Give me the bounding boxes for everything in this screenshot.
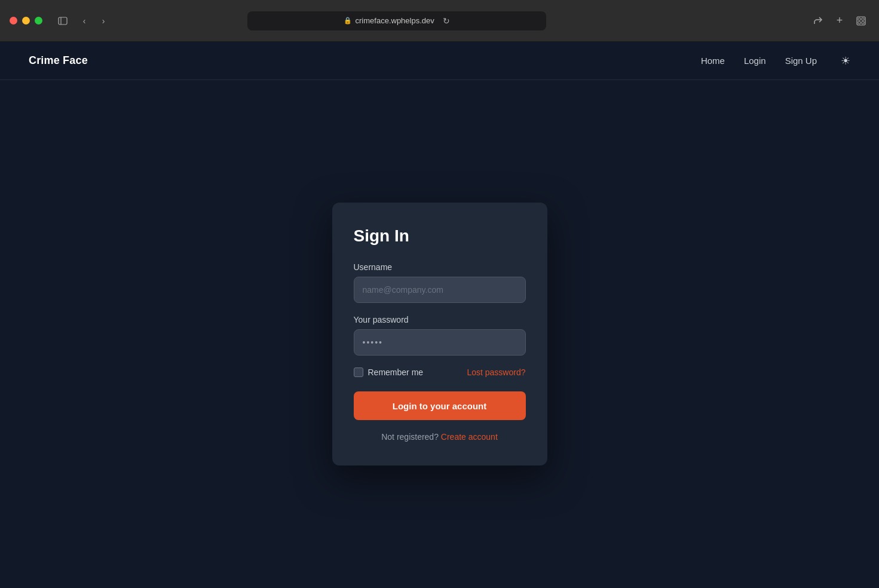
new-tab-button[interactable]: + bbox=[831, 13, 848, 29]
traffic-lights bbox=[10, 17, 42, 24]
svg-rect-5 bbox=[858, 22, 860, 24]
create-account-link[interactable]: Create account bbox=[441, 432, 498, 442]
password-label: Your password bbox=[354, 315, 526, 324]
nav-signup[interactable]: Sign Up bbox=[785, 56, 817, 66]
signin-title: Sign In bbox=[354, 226, 526, 246]
not-registered-text: Not registered? bbox=[381, 432, 439, 442]
svg-rect-3 bbox=[858, 18, 860, 20]
browser-right-controls: + bbox=[810, 13, 869, 29]
browser-chrome: ‹ › 🔒 crimeface.wphelps.dev ↻ + bbox=[0, 0, 879, 42]
sidebar-toggle-button[interactable] bbox=[54, 13, 71, 29]
nav-login[interactable]: Login bbox=[744, 56, 766, 66]
theme-toggle-button[interactable]: ☀ bbox=[841, 54, 850, 68]
close-traffic-light[interactable] bbox=[10, 17, 17, 24]
lost-password-link[interactable]: Lost password? bbox=[467, 368, 525, 377]
maximize-traffic-light[interactable] bbox=[35, 17, 42, 24]
register-text: Not registered? Create account bbox=[354, 432, 526, 442]
username-input[interactable] bbox=[354, 277, 526, 303]
username-group: Username bbox=[354, 262, 526, 303]
share-button[interactable] bbox=[810, 13, 826, 29]
remember-me-checkbox[interactable] bbox=[354, 368, 363, 377]
form-options: Remember me Lost password? bbox=[354, 368, 526, 377]
reload-icon[interactable]: ↻ bbox=[443, 16, 450, 26]
svg-rect-6 bbox=[862, 22, 864, 24]
main-content: Sign In Username Your password Remember … bbox=[0, 80, 879, 588]
address-bar[interactable]: 🔒 crimeface.wphelps.dev ↻ bbox=[247, 11, 546, 30]
navbar-nav: Home Login Sign Up ☀ bbox=[701, 54, 850, 68]
login-button[interactable]: Login to your account bbox=[354, 391, 526, 420]
username-label: Username bbox=[354, 262, 526, 272]
back-button[interactable]: ‹ bbox=[76, 13, 93, 29]
password-group: Your password bbox=[354, 315, 526, 356]
svg-rect-0 bbox=[59, 17, 67, 24]
navbar: Crime Face Home Login Sign Up ☀ bbox=[0, 42, 879, 80]
forward-button[interactable]: › bbox=[95, 13, 112, 29]
lock-icon: 🔒 bbox=[344, 17, 352, 24]
minimize-traffic-light[interactable] bbox=[22, 17, 30, 24]
website: Crime Face Home Login Sign Up ☀ Sign In … bbox=[0, 42, 879, 588]
browser-left-controls: ‹ › bbox=[54, 13, 112, 29]
tab-overview-button[interactable] bbox=[853, 13, 869, 29]
remember-me-label: Remember me bbox=[368, 368, 424, 377]
password-input[interactable] bbox=[354, 329, 526, 356]
url-text: crimeface.wphelps.dev bbox=[356, 16, 434, 25]
signin-card: Sign In Username Your password Remember … bbox=[332, 203, 547, 466]
nav-home[interactable]: Home bbox=[701, 56, 725, 66]
brand-logo[interactable]: Crime Face bbox=[29, 54, 88, 67]
svg-rect-4 bbox=[862, 18, 864, 20]
remember-me-group: Remember me bbox=[354, 368, 424, 377]
